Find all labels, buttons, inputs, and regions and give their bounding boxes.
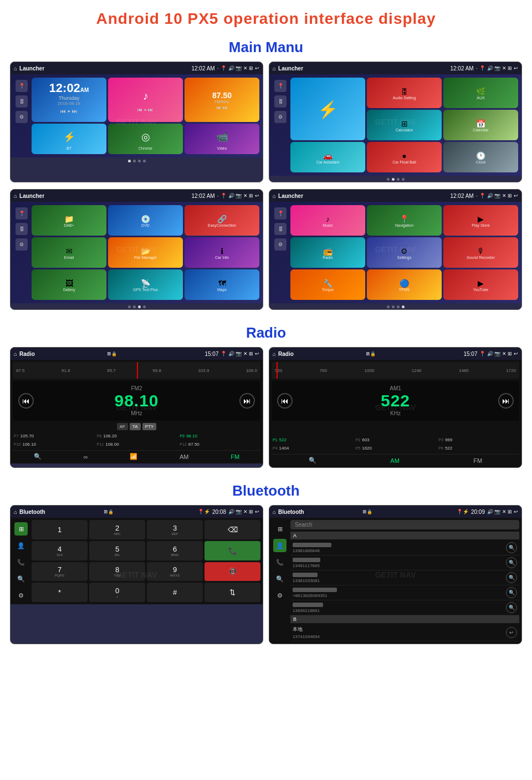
- sidebar-loc-3[interactable]: 📍: [16, 207, 28, 220]
- fm-next-btn[interactable]: ⏭: [239, 393, 255, 409]
- preset-p7[interactable]: P7105.70: [13, 432, 95, 440]
- app2-calc[interactable]: ⊞ Calculator: [367, 110, 442, 140]
- am-preset-p4[interactable]: P41404: [272, 445, 354, 452]
- am-preset-p3[interactable]: P3999: [437, 436, 519, 443]
- app2-bt[interactable]: ⚡: [290, 78, 365, 140]
- fm-loop-btn[interactable]: ∞: [84, 453, 88, 460]
- contact-action-6[interactable]: ↩: [506, 627, 517, 638]
- fm-search-btn[interactable]: 🔍: [34, 453, 42, 460]
- contacts-search[interactable]: Search: [290, 520, 519, 529]
- am-fm-btn[interactable]: FM: [473, 457, 482, 464]
- fm-fm-btn[interactable]: FM: [231, 453, 239, 460]
- bt-csid-calls[interactable]: 📞: [273, 555, 287, 569]
- preset-p8[interactable]: P8106.20: [96, 432, 178, 440]
- home-icon-1[interactable]: ⌂: [14, 65, 17, 72]
- tag-af[interactable]: AF: [117, 423, 128, 430]
- preset-p10[interactable]: P10106.10: [13, 441, 95, 448]
- app3-gps[interactable]: 📡 GPS Test Plus: [108, 269, 183, 300]
- contact-action-1[interactable]: 🔍: [506, 542, 517, 553]
- fm-am-btn[interactable]: AM: [180, 453, 189, 460]
- am-preset-p2[interactable]: P2603: [355, 436, 437, 443]
- app3-email[interactable]: ✉ Email: [32, 237, 106, 268]
- home-icon-bt2[interactable]: ⌂: [273, 509, 276, 515]
- contact-action-5[interactable]: 🔍: [506, 602, 517, 613]
- tag-pty[interactable]: PTY: [142, 423, 157, 430]
- bt-sid-settings[interactable]: ⚙: [14, 589, 28, 602]
- app4-settings[interactable]: ⚙ Settings: [367, 237, 442, 268]
- app4-nav[interactable]: 📍 Navigation: [367, 205, 442, 236]
- dial-call[interactable]: 📞: [204, 541, 260, 560]
- app-tile-radio[interactable]: 87.50 FM/MHz ⏮ ⏭: [185, 78, 259, 122]
- app3-dvd[interactable]: 💿 DVD: [108, 205, 183, 236]
- home-icon-3[interactable]: ⌂: [14, 193, 17, 199]
- dial-hash[interactable]: #: [147, 583, 203, 602]
- app4-youtube[interactable]: ▶ YouTube: [443, 269, 518, 300]
- dial-6[interactable]: 6MNO: [147, 541, 203, 560]
- dial-hangup[interactable]: 📵: [204, 562, 260, 582]
- fm-prev-btn[interactable]: ⏮: [18, 393, 34, 409]
- sidebar-loc-2[interactable]: 📍: [274, 80, 287, 92]
- sidebar-eq-4[interactable]: 🎛: [274, 223, 287, 235]
- home-icon-4[interactable]: ⌂: [273, 193, 276, 199]
- bt-sid-calls[interactable]: 📞: [14, 555, 28, 569]
- dial-0[interactable]: 0+: [89, 583, 145, 602]
- app2-clock[interactable]: 🕐 Clock: [443, 142, 518, 172]
- app2-carfloat[interactable]: ● Car Float Ball: [367, 142, 442, 172]
- sidebar-settings-2[interactable]: ⚙: [274, 111, 287, 123]
- dial-7[interactable]: 7PQRS: [32, 562, 88, 582]
- am-search-btn[interactable]: 🔍: [309, 457, 316, 464]
- sidebar-eq-2[interactable]: 🎛: [274, 95, 287, 108]
- app4-soundrec[interactable]: 🎙 Sound Recorder: [443, 237, 518, 268]
- app4-tpms[interactable]: 🔵 TPMS: [367, 269, 442, 300]
- preset-p11[interactable]: P11108.00: [96, 441, 178, 448]
- dial-extra[interactable]: ⇅: [204, 583, 260, 602]
- bt-csid-search[interactable]: 🔍: [273, 572, 287, 585]
- dial-2[interactable]: 2ABC: [89, 520, 145, 539]
- bt-csid-contacts[interactable]: 👤: [273, 539, 287, 552]
- dial-4[interactable]: 4GHI: [32, 541, 88, 560]
- fm-scan-btn[interactable]: 📶: [130, 453, 137, 460]
- sidebar-eq-3[interactable]: 🎛: [16, 223, 28, 235]
- app3-dab[interactable]: 📁 DAB+: [32, 205, 106, 236]
- contact-action-3[interactable]: 🔍: [506, 572, 517, 583]
- sidebar-settings-1[interactable]: ⚙: [16, 111, 28, 123]
- app2-carassist[interactable]: 🚗 Car Assistant: [290, 142, 365, 172]
- app2-aux[interactable]: 🌿 AUX: [443, 78, 518, 108]
- app2-cal[interactable]: 📅 Calendar: [443, 110, 518, 140]
- am-next-btn[interactable]: ⏭: [498, 393, 514, 409]
- am-am-btn[interactable]: AM: [390, 457, 400, 464]
- sidebar-settings-4[interactable]: ⚙: [274, 238, 287, 251]
- app2-audiosetting[interactable]: 🎛 Audio Setting: [367, 78, 442, 108]
- dial-backspace[interactable]: ⌫: [204, 520, 260, 539]
- am-prev-btn[interactable]: ⏮: [277, 393, 293, 409]
- home-icon-2[interactable]: ⌂: [273, 65, 276, 72]
- app-tile-chrome[interactable]: ◎ Chrome: [108, 124, 183, 154]
- app-tile-music[interactable]: ♪ ⏮ ▶ ⏭: [108, 78, 183, 122]
- app-tile-video[interactable]: 📹 Video: [185, 124, 259, 154]
- preset-p9[interactable]: P998.10: [178, 432, 260, 440]
- contact-action-4[interactable]: 🔍: [506, 587, 517, 598]
- dial-3[interactable]: 3DEF: [147, 520, 203, 539]
- tag-ta[interactable]: TA: [130, 423, 141, 430]
- dial-8[interactable]: 8TUV: [89, 562, 145, 582]
- dial-5[interactable]: 5JKL: [89, 541, 145, 560]
- app-tile-bt[interactable]: ⚡ BT: [32, 124, 106, 154]
- bt-sid-search[interactable]: 🔍: [14, 572, 28, 585]
- home-icon-r2[interactable]: ⌂: [273, 351, 276, 357]
- am-preset-p1[interactable]: P1522: [272, 436, 354, 443]
- app3-filemanager[interactable]: 📂 File Manager: [108, 237, 183, 268]
- sidebar-eq-1[interactable]: 🎛: [16, 95, 28, 108]
- home-icon-bt1[interactable]: ⌂: [14, 509, 17, 515]
- contact-action-2[interactable]: 🔍: [506, 557, 517, 568]
- dial-star[interactable]: *: [32, 583, 88, 602]
- bt-sid-contacts[interactable]: 👤: [14, 539, 28, 552]
- am-preset-p6[interactable]: P6522: [437, 445, 519, 452]
- app4-playstore[interactable]: ▶ Play Store: [443, 205, 518, 236]
- sidebar-loc-4[interactable]: 📍: [274, 207, 287, 220]
- app3-gallery[interactable]: 🖼 Gallery: [32, 269, 106, 300]
- app4-torque[interactable]: 🔧 Torque: [290, 269, 365, 300]
- sidebar-settings-3[interactable]: ⚙: [16, 238, 28, 251]
- app3-carinfo[interactable]: ℹ Car Info: [185, 237, 259, 268]
- bt-sid-dialpad[interactable]: ⊞: [14, 522, 28, 536]
- bt-csid-settings[interactable]: ⚙: [273, 589, 287, 602]
